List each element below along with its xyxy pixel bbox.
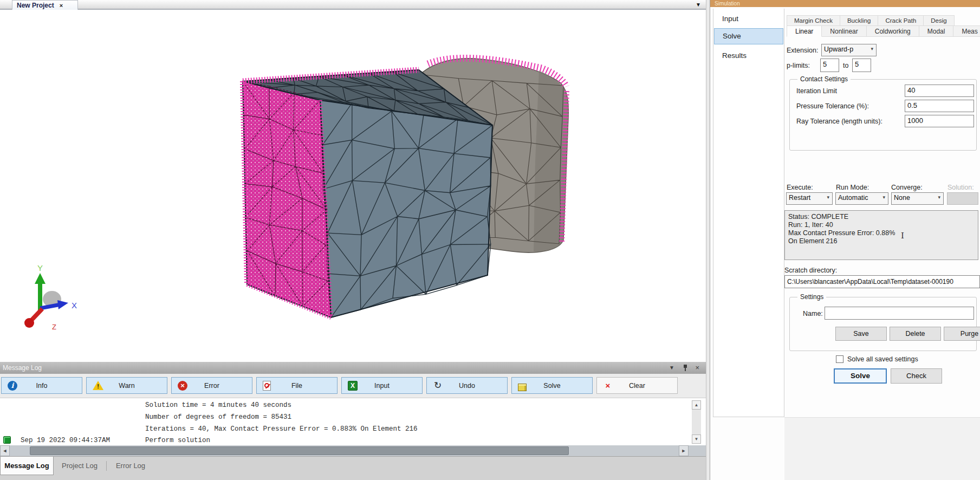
warn-filter-button[interactable]: ! Warn <box>86 377 167 394</box>
run-mode-dropdown[interactable]: Automatic ▾ <box>835 192 888 205</box>
solve-all-label: Solve all saved settings <box>847 355 918 363</box>
simulation-panel: Simulation Input Solve Results Margin Ch… <box>710 0 980 480</box>
error-filter-button[interactable]: × Error <box>171 377 252 394</box>
chevron-down-icon: ▾ <box>871 46 873 51</box>
settings-group: Settings Name: Save Delete Purge <box>789 297 977 351</box>
vertical-scrollbar[interactable]: ▲ ▼ <box>692 400 701 444</box>
model-viewport[interactable]: Y X Z <box>0 10 706 362</box>
p-limits-label: p-limits: <box>787 62 810 69</box>
tab-linear[interactable]: Linear <box>787 25 822 37</box>
message-log-titlebar[interactable]: Message Log ▼ × <box>0 362 706 374</box>
method-tab-row: Linear Nonlinear Coldworking Modal Meas <box>787 25 980 37</box>
p-limit-from-field[interactable]: 5 <box>820 59 839 72</box>
log-line: Solution time = 4 minutes 40 seconds <box>145 401 291 409</box>
panel-menu-icon[interactable]: ▼ <box>669 362 674 374</box>
tab-modal[interactable]: Modal <box>919 25 954 37</box>
pin-icon[interactable] <box>683 365 687 371</box>
document-tab-new-project[interactable]: New Project × <box>12 0 78 10</box>
extension-label: Extension: <box>787 47 818 54</box>
z-axis-label: Z <box>52 323 56 331</box>
check-button[interactable]: Check <box>891 368 942 384</box>
text-cursor: I <box>901 231 904 241</box>
pressure-tolerance-field[interactable]: 0.5 <box>905 100 974 112</box>
execute-label: Execute: <box>787 184 813 191</box>
nav-item-input[interactable]: Input <box>714 12 783 26</box>
input-button[interactable]: X Input <box>341 377 423 394</box>
solve-all-checkbox[interactable] <box>836 355 843 363</box>
settings-legend: Settings <box>797 293 826 301</box>
ray-tolerance-field[interactable]: 1000 <box>905 115 974 127</box>
tab-measure[interactable]: Meas <box>953 25 980 37</box>
simulation-panel-title: Simulation <box>710 0 980 7</box>
purge-button[interactable]: Purge <box>944 327 980 341</box>
tab-margin-check[interactable]: Margin Check <box>787 15 840 26</box>
status-line: On Element 216 <box>788 237 975 245</box>
p-limit-to-field[interactable]: 5 <box>852 59 871 72</box>
scrollbar-thumb[interactable] <box>30 446 569 455</box>
delete-button[interactable]: Delete <box>890 327 941 341</box>
execute-dropdown[interactable]: Restart ▾ <box>786 192 833 205</box>
tab-separator <box>106 461 107 471</box>
message-log-text-area: Solution time = 4 minutes 40 seconds Num… <box>0 398 706 445</box>
cube-front-face[interactable] <box>320 100 492 317</box>
y-axis-label: Y <box>37 263 43 273</box>
scroll-down-icon[interactable]: ▼ <box>692 434 701 444</box>
p-limits-to-label: to <box>843 62 848 69</box>
horizontal-scrollbar[interactable]: ◄ ► <box>0 445 706 456</box>
solution-label: Solution: <box>947 184 974 191</box>
message-log-title: Message Log <box>3 364 42 372</box>
tab-crack-path[interactable]: Crack Path <box>878 15 924 26</box>
application-window: New Project × ▼ <box>0 0 980 480</box>
scroll-up-icon[interactable]: ▲ <box>692 400 701 410</box>
scratch-directory-label: Scratch directory: <box>784 267 837 274</box>
file-button[interactable]: File <box>256 377 338 394</box>
status-line: Max Contact Pressure Error: 0.88% <box>788 229 975 237</box>
iteration-limit-field[interactable]: 40 <box>905 85 974 97</box>
tab-message-log[interactable]: Message Log <box>0 457 54 475</box>
solution-field <box>947 192 978 205</box>
message-log-toolbar: i Info ! Warn × Error File X Input ↻ Und… <box>0 374 706 398</box>
tab-overflow-menu-icon[interactable]: ▼ <box>696 2 701 8</box>
solve-log-button[interactable]: Solve <box>511 377 593 394</box>
y-axis-arrow <box>35 273 46 284</box>
log-timestamp: Sep 19 2022 09:44:37AM <box>21 437 110 444</box>
undo-button[interactable]: ↻ Undo <box>426 377 508 394</box>
axis-triad: Y X Z <box>24 263 77 331</box>
log-tab-strip: Message Log Project Log Error Log <box>0 456 706 480</box>
meshed-cube[interactable] <box>243 70 492 317</box>
contact-settings-group: Contact Settings Iteration Limit 40 Pres… <box>789 79 977 151</box>
close-icon[interactable]: × <box>695 362 699 374</box>
chevron-down-icon: ▾ <box>827 194 829 200</box>
tab-buckling[interactable]: Buckling <box>840 15 878 26</box>
panel-splitter[interactable] <box>706 0 710 480</box>
tab-nonlinear[interactable]: Nonlinear <box>822 25 866 37</box>
save-button[interactable]: Save <box>835 327 887 341</box>
status-line: Run: 1, Iter: 40 <box>788 221 975 229</box>
tab-project-log[interactable]: Project Log <box>55 457 105 475</box>
tab-error-log[interactable]: Error Log <box>108 457 153 475</box>
tab-design[interactable]: Desig <box>924 15 954 26</box>
solve-button[interactable]: Solve <box>834 368 887 384</box>
tab-close-icon[interactable]: × <box>60 2 63 9</box>
tab-coldworking[interactable]: Coldworking <box>867 25 919 37</box>
chevron-down-icon: ▾ <box>882 194 885 200</box>
iteration-limit-label: Iteration Limit <box>796 87 837 95</box>
log-message: Perform solution <box>145 437 210 444</box>
scratch-directory-field[interactable]: C:\Users\blancaster\AppData\Local\Temp\d… <box>784 275 980 288</box>
scroll-left-icon[interactable]: ◄ <box>0 445 10 456</box>
nav-item-results[interactable]: Results <box>714 49 783 63</box>
scroll-right-icon[interactable]: ► <box>679 445 689 456</box>
clear-button[interactable]: × Clear <box>596 377 678 394</box>
nav-item-solve[interactable]: Solve <box>714 28 783 44</box>
panel-filler <box>784 417 980 480</box>
category-tab-row: Margin Check Buckling Crack Path Desig <box>787 15 955 26</box>
setting-name-label: Name: <box>803 310 823 317</box>
ray-tolerance-label: Ray Tolerance (length units): <box>796 118 882 125</box>
log-line: Number of degrees of freedom = 85431 <box>145 413 291 421</box>
info-filter-button[interactable]: i Info <box>1 377 82 394</box>
log-line: Iterations = 40, Max Contact Pressure Er… <box>145 425 418 433</box>
model-canvas[interactable]: Y X Z <box>0 10 706 362</box>
setting-name-input[interactable] <box>825 307 974 320</box>
converge-dropdown[interactable]: None ▾ <box>891 192 944 205</box>
extension-dropdown[interactable]: Upward-p ▾ <box>821 44 877 56</box>
